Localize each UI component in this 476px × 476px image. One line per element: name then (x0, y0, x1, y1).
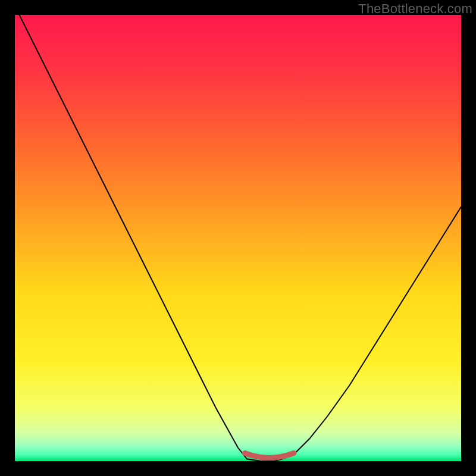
watermark-text: TheBottleneck.com (358, 1, 472, 17)
heat-gradient-background (15, 15, 461, 461)
chart-svg (15, 15, 461, 461)
chart-frame: TheBottleneck.com (0, 0, 476, 476)
plot-area (15, 15, 461, 461)
